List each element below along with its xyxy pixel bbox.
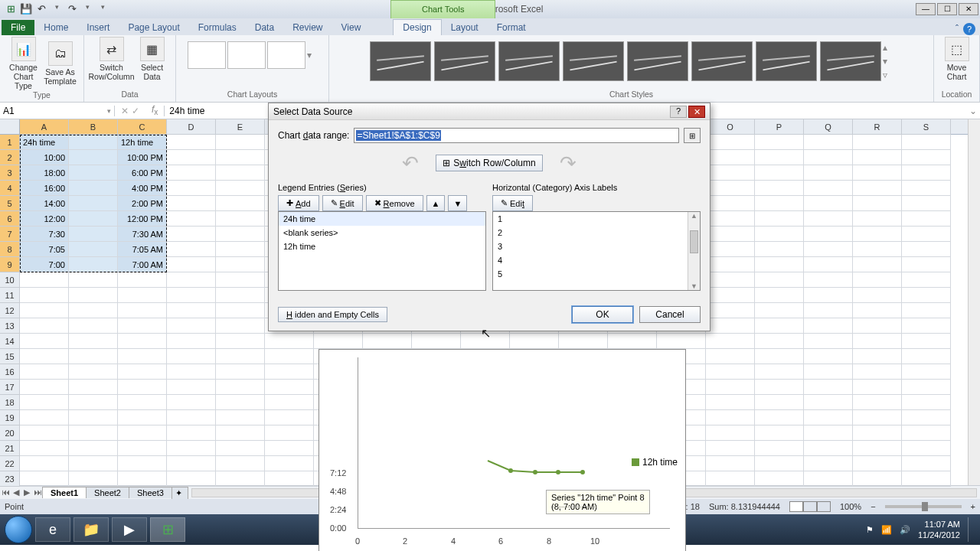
sheet-nav-first-icon[interactable]: ⏮ <box>0 487 11 497</box>
cell[interactable] <box>853 196 902 211</box>
chart-style-option[interactable] <box>563 41 624 81</box>
cell[interactable] <box>706 334 755 349</box>
cell[interactable] <box>118 410 167 425</box>
list-item[interactable]: 5 <box>493 267 688 281</box>
cell[interactable] <box>510 334 559 349</box>
tab-format[interactable]: Format <box>488 20 535 35</box>
cell[interactable] <box>69 410 118 425</box>
cell[interactable] <box>216 135 265 150</box>
cell[interactable] <box>216 165 265 181</box>
cell[interactable] <box>804 364 853 380</box>
cell[interactable] <box>216 425 265 441</box>
list-item[interactable]: <blank series> <box>279 226 485 240</box>
cell[interactable] <box>853 364 902 380</box>
cell[interactable] <box>265 441 314 456</box>
cell[interactable] <box>755 471 804 487</box>
cell[interactable] <box>902 364 951 380</box>
cell[interactable] <box>853 334 902 349</box>
cell[interactable] <box>804 211 853 227</box>
cell[interactable] <box>216 211 265 227</box>
chart-style-option[interactable] <box>691 41 753 81</box>
cell[interactable] <box>706 242 755 257</box>
row-header[interactable]: 14 <box>0 334 20 349</box>
cell[interactable] <box>216 441 265 456</box>
cell[interactable] <box>265 456 314 471</box>
cell[interactable]: 10:00 <box>20 150 69 165</box>
cell[interactable] <box>804 227 853 242</box>
row-header[interactable]: 8 <box>0 242 20 257</box>
dialog-help-button[interactable]: ? <box>670 106 687 118</box>
tab-page-layout[interactable]: Page Layout <box>119 20 188 35</box>
cell[interactable] <box>69 318 118 334</box>
minimize-button[interactable]: — <box>916 3 936 15</box>
taskbar-explorer-icon[interactable]: 📁 <box>74 517 109 542</box>
column-header[interactable]: D <box>167 119 216 135</box>
cell[interactable] <box>118 272 167 288</box>
tab-home[interactable]: Home <box>34 20 77 35</box>
layouts-more-icon[interactable]: ▾ <box>307 41 318 69</box>
cell[interactable] <box>902 349 951 364</box>
cell[interactable]: 7:05 AM <box>118 242 167 257</box>
cell[interactable] <box>167 135 216 150</box>
cell[interactable]: 18:00 <box>20 165 69 181</box>
cell[interactable] <box>706 380 755 395</box>
zoom-in-button[interactable]: + <box>971 502 975 511</box>
cell[interactable] <box>20 334 69 349</box>
cell[interactable] <box>69 227 118 242</box>
column-header[interactable]: B <box>69 119 118 135</box>
cell[interactable] <box>755 441 804 456</box>
add-series-button[interactable]: ✚Add <box>278 195 319 211</box>
cell[interactable] <box>69 441 118 456</box>
row-header[interactable]: 12 <box>0 303 20 318</box>
column-header[interactable]: S <box>902 119 951 135</box>
cell[interactable] <box>167 364 216 380</box>
cell[interactable] <box>706 150 755 165</box>
cell[interactable] <box>167 349 216 364</box>
cell[interactable] <box>20 441 69 456</box>
cell[interactable] <box>216 380 265 395</box>
hidden-empty-cells-button[interactable]: Hidden and Empty Cells <box>278 307 387 322</box>
cell[interactable] <box>20 456 69 471</box>
cell[interactable] <box>20 318 69 334</box>
tray-volume-icon[interactable]: 🔊 <box>900 524 910 535</box>
cell[interactable] <box>853 349 902 364</box>
dialog-close-button[interactable]: ✕ <box>688 106 705 118</box>
zoom-slider[interactable] <box>885 505 962 508</box>
column-header[interactable]: R <box>853 119 902 135</box>
cell[interactable] <box>902 165 951 181</box>
help-icon[interactable]: ? <box>963 23 975 35</box>
row-header[interactable]: 9 <box>0 257 20 272</box>
cell[interactable] <box>902 318 951 334</box>
cell[interactable] <box>216 288 265 303</box>
cell[interactable] <box>69 272 118 288</box>
move-up-button[interactable]: ▲ <box>426 195 446 211</box>
row-header[interactable]: 18 <box>0 395 20 410</box>
cell[interactable] <box>902 288 951 303</box>
cell[interactable] <box>706 441 755 456</box>
cell[interactable] <box>902 456 951 471</box>
taskbar-ie-icon[interactable]: e <box>35 517 70 542</box>
cell[interactable] <box>706 211 755 227</box>
cell[interactable] <box>118 303 167 318</box>
cell[interactable] <box>167 318 216 334</box>
cell[interactable] <box>804 318 853 334</box>
chart-layout-option[interactable] <box>267 41 305 69</box>
cell[interactable] <box>216 150 265 165</box>
cell[interactable]: 7:30 <box>20 227 69 242</box>
cell[interactable]: 12:00 <box>20 211 69 227</box>
cell[interactable] <box>167 303 216 318</box>
cell[interactable]: 10:00 PM <box>118 150 167 165</box>
tab-review[interactable]: Review <box>283 20 332 35</box>
cell[interactable] <box>20 380 69 395</box>
list-item[interactable]: 2 <box>493 226 688 240</box>
cell[interactable] <box>657 334 706 349</box>
cell[interactable] <box>706 272 755 288</box>
column-header[interactable]: O <box>706 119 755 135</box>
sheet-nav-prev-icon[interactable]: ◀ <box>11 487 21 497</box>
cell[interactable] <box>69 242 118 257</box>
cell[interactable] <box>804 165 853 181</box>
tray-time[interactable]: 11:07 AM <box>918 519 960 530</box>
cell[interactable] <box>118 364 167 380</box>
cell[interactable] <box>167 211 216 227</box>
cell[interactable] <box>167 380 216 395</box>
